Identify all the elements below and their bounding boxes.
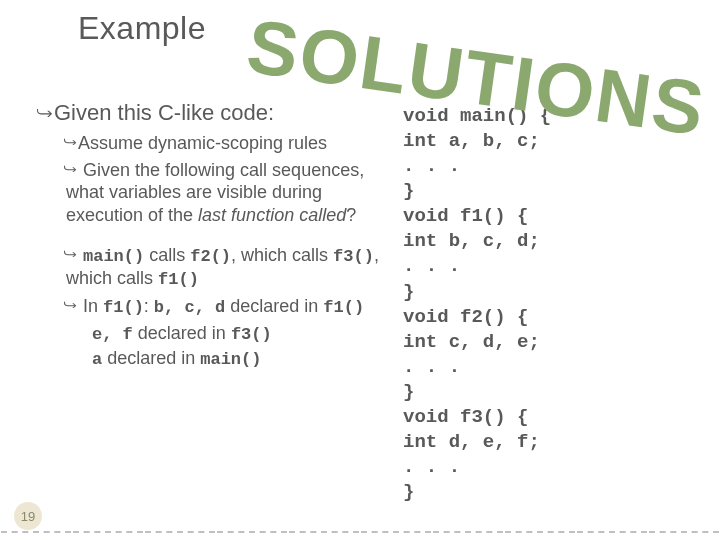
code-line: void f1() { — [403, 204, 700, 229]
code-block: void main() { int a, b, c; . . . } void … — [403, 100, 700, 505]
code-inline-main: main() — [200, 350, 261, 369]
code-line: void f2() { — [403, 305, 700, 330]
code-line: void f3() { — [403, 405, 700, 430]
code-inline-f1: f1() — [158, 270, 199, 289]
bullet-level1: Given this C-like code: — [40, 100, 395, 126]
title-row: Example SOLUTIONS — [0, 10, 720, 100]
bullet-level3-ef: e, f declared in f3() — [40, 322, 395, 345]
text-fragment: ? — [346, 205, 356, 225]
text-fragment: declared in — [225, 296, 323, 316]
text-fragment: calls — [144, 245, 190, 265]
text-fragment: declared in — [102, 348, 200, 368]
bullet-level2-assume: Assume dynamic-scoping rules — [40, 132, 395, 155]
code-line: . . . — [403, 254, 700, 279]
emphasis-text: last function called — [198, 205, 346, 225]
bullet-level3-a: a declared in main() — [40, 347, 395, 370]
text-fragment: declared in — [133, 323, 231, 343]
left-column: Given this C-like code: Assume dynamic-s… — [40, 100, 403, 505]
code-line: } — [403, 280, 700, 305]
text-fragment: In — [83, 296, 103, 316]
code-inline-f2: f2() — [190, 247, 231, 266]
text-fragment: : — [144, 296, 154, 316]
code-inline-f1: f1() — [323, 298, 364, 317]
code-inline-main: main() — [83, 247, 144, 266]
code-inline-f3: f3() — [333, 247, 374, 266]
code-line: } — [403, 380, 700, 405]
code-inline-vars: e, f — [92, 325, 133, 344]
code-line: int c, d, e; — [403, 330, 700, 355]
page-number: 19 — [14, 502, 42, 530]
code-line: } — [403, 480, 700, 505]
body-columns: Given this C-like code: Assume dynamic-s… — [0, 100, 720, 505]
code-line: . . . — [403, 154, 700, 179]
footer-dashes — [0, 531, 720, 540]
code-inline-vars: a — [92, 350, 102, 369]
bullet-level2-given: Given the following call sequences, what… — [40, 159, 395, 227]
slide: Example SOLUTIONS Given this C-like code… — [0, 0, 720, 540]
code-inline-vars: b, c, d — [154, 298, 225, 317]
bullet-level2-callseq: main() calls f2(), which calls f3(), whi… — [40, 244, 395, 291]
code-line: } — [403, 179, 700, 204]
code-line: int b, c, d; — [403, 229, 700, 254]
bullet-level2-answer: In f1(): b, c, d declared in f1() — [40, 295, 395, 318]
text-fragment: , which calls — [231, 245, 333, 265]
code-inline-f3: f3() — [231, 325, 272, 344]
code-inline-f1: f1() — [103, 298, 144, 317]
code-line: . . . — [403, 355, 700, 380]
code-line: int d, e, f; — [403, 430, 700, 455]
code-line: . . . — [403, 455, 700, 480]
